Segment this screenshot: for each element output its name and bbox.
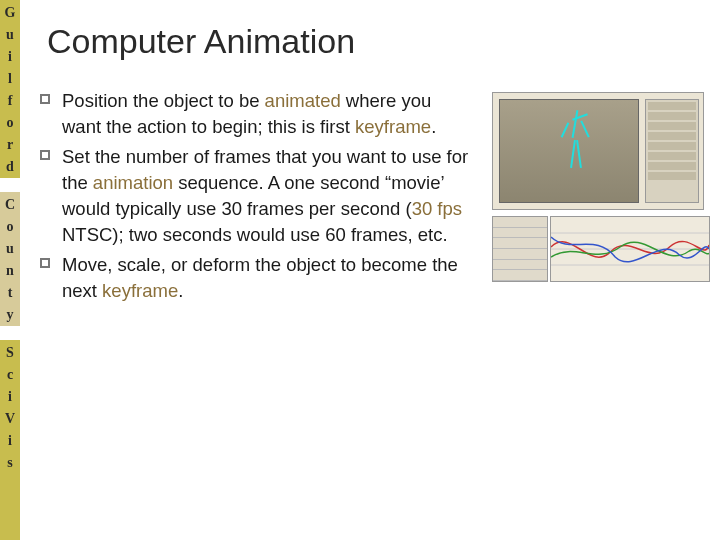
highlight-term: 30 fps [412,198,462,219]
sidebar-letter: u [6,238,14,260]
sidebar-letter: f [8,90,13,112]
sidebar-letter: i [8,386,12,408]
thumb-3d-viewport [492,92,704,210]
square-bullet-icon [40,94,50,104]
illustration-thumbnails [492,92,710,282]
sidebar-letter: l [8,68,12,90]
sidebar-letter: n [6,260,14,282]
square-bullet-icon [40,258,50,268]
sidebar-word-county: County [0,192,20,326]
bullet-item: Set the number of frames that you want t… [40,144,472,248]
sidebar-letter: o [7,112,14,134]
sidebar-gap [0,326,20,340]
text-run: . [178,280,183,301]
thumb-curve-editor [492,216,710,282]
slide-title: Computer Animation [47,22,355,61]
sidebar-letter: t [8,282,13,304]
vertical-brand-sidebar: Guilford County SciVis [0,0,20,540]
highlight-term: keyframe [102,280,178,301]
sidebar-letter: G [5,2,16,24]
graph-panel [550,216,710,282]
channel-list [492,216,548,282]
bullet-item: Move, scale, or deform the object to bec… [40,252,472,304]
bullet-text: Move, scale, or deform the object to bec… [62,252,472,304]
square-bullet-icon [40,150,50,160]
text-run: NTSC); two seconds would use 60 frames, … [62,224,448,245]
highlight-term: animated [265,90,341,111]
bullet-item: Position the object to be animated where… [40,88,472,140]
sidebar-letter: u [6,24,14,46]
text-run: . [431,116,436,137]
sidebar-letter: c [7,364,13,386]
properties-panel [645,99,699,203]
bullet-list: Position the object to be animated where… [40,88,472,308]
sidebar-letter: S [6,342,14,364]
sidebar-letter: d [6,156,14,178]
sidebar-word-guilford: Guilford [0,0,20,178]
bullet-text: Set the number of frames that you want t… [62,144,472,248]
bullet-text: Position the object to be animated where… [62,88,472,140]
sidebar-letter: s [7,452,12,474]
sidebar-letter: o [7,216,14,238]
sidebar-gap [0,178,20,192]
skeleton-figure [562,110,592,192]
viewport-panel [499,99,639,203]
sidebar-letter: C [5,194,15,216]
highlight-term: animation [93,172,173,193]
sidebar-letter: i [8,430,12,452]
sidebar-word-scivis: SciVis [0,340,20,540]
text-run: Position the object to be [62,90,265,111]
sidebar-letter: r [7,134,13,156]
sidebar-letter: y [7,304,14,326]
sidebar-letter: V [5,408,15,430]
sidebar-letter: i [8,46,12,68]
highlight-term: keyframe [355,116,431,137]
